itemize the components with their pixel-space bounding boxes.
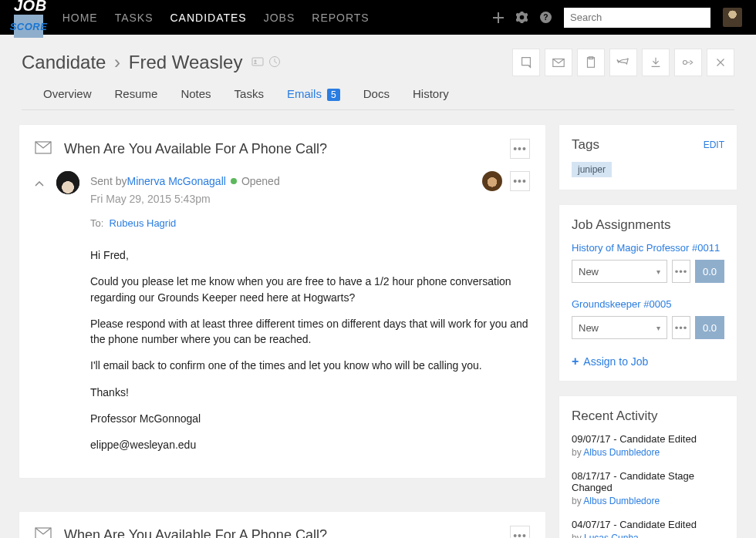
- gear-icon[interactable]: [516, 12, 528, 23]
- recent-activity-title: Recent Activity: [572, 409, 658, 424]
- tab-docs[interactable]: Docs: [363, 87, 390, 109]
- activity-title: 08/17/17 - Candidate Stage Changed: [572, 470, 724, 493]
- reject-button[interactable]: [674, 49, 702, 76]
- email-more-button[interactable]: •••: [510, 526, 530, 538]
- sender-avatar[interactable]: [56, 171, 79, 194]
- nav-tasks[interactable]: TASKS: [115, 12, 154, 24]
- sent-by-label: Sent by: [90, 175, 127, 187]
- emails-badge: 5: [327, 89, 340, 101]
- assign-to-job-button[interactable]: + Assign to Job: [572, 355, 724, 368]
- tab-emails[interactable]: Emails 5: [287, 87, 340, 109]
- close-button[interactable]: [707, 49, 734, 76]
- activity-by-label: by: [572, 447, 583, 458]
- tab-notes[interactable]: Notes: [181, 87, 211, 109]
- tabs: Overview Resume Notes Tasks Emails 5 Doc…: [22, 76, 734, 110]
- job-score[interactable]: 0.0: [695, 316, 724, 339]
- email-subject: When Are You Available For A Phone Call?: [64, 527, 498, 538]
- svg-point-8: [683, 61, 687, 65]
- clock-icon[interactable]: [268, 55, 281, 70]
- nav-jobs[interactable]: JOBS: [264, 12, 295, 24]
- activity-item: 09/07/17 - Candidate Edited by Albus Dum…: [572, 433, 724, 458]
- share-button[interactable]: [609, 49, 637, 76]
- recipient-avatar[interactable]: [482, 171, 502, 191]
- tab-resume[interactable]: Resume: [115, 87, 158, 109]
- email-body-line: Please respond with at least three diffe…: [90, 316, 530, 348]
- email-body-line: Thanks!: [90, 385, 530, 400]
- tags-card: Tags EDIT juniper: [559, 124, 737, 190]
- job-score[interactable]: 0.0: [695, 260, 724, 283]
- email-more-button[interactable]: •••: [510, 139, 530, 159]
- user-avatar[interactable]: [723, 8, 742, 27]
- activity-title: 04/07/17 - Candidate Edited: [572, 519, 724, 530]
- job-more-button[interactable]: •••: [672, 260, 690, 283]
- search-box: [564, 8, 710, 28]
- activity-title: 09/07/17 - Candidate Edited: [572, 433, 724, 445]
- edit-tags-button[interactable]: EDIT: [704, 140, 724, 150]
- email-body-line: elippe@wesleyan.edu: [90, 437, 530, 452]
- download-button[interactable]: [642, 49, 670, 76]
- add-icon[interactable]: [493, 12, 504, 23]
- email-body: Hi Fred, Could you please let me know wh…: [90, 247, 530, 453]
- clipboard-button[interactable]: [577, 49, 605, 76]
- contact-card-icon[interactable]: [251, 55, 264, 70]
- email-date: Fri May 29, 2015 5:43pm: [90, 193, 530, 205]
- tab-history[interactable]: History: [413, 87, 449, 109]
- activity-user-link[interactable]: Albus Dumbledore: [583, 496, 660, 506]
- search-input[interactable]: [570, 12, 704, 23]
- email-button[interactable]: [545, 49, 572, 76]
- email-status: Opened: [241, 175, 280, 187]
- email-body-line: Could you please let me know when you ar…: [90, 274, 530, 305]
- tab-tasks[interactable]: Tasks: [235, 87, 264, 109]
- to-recipient-link[interactable]: Rubeus Hagrid: [110, 217, 177, 229]
- activity-by-label: by: [572, 533, 584, 538]
- header-actions: [512, 49, 734, 76]
- job-assignments-card: Job Assignments History of Magic Profess…: [559, 204, 737, 382]
- envelope-icon: [35, 527, 52, 538]
- logo-score: SCORE: [14, 15, 43, 38]
- tab-overview[interactable]: Overview: [43, 87, 92, 109]
- email-subject: When Are You Available For A Phone Call?: [64, 141, 498, 157]
- candidate-name: Fred Weasley: [129, 52, 243, 72]
- email-thread: When Are You Available For A Phone Call?…: [19, 511, 546, 538]
- email-body-line: Hi Fred,: [90, 247, 530, 263]
- collapse-toggle[interactable]: [35, 171, 46, 464]
- plus-icon: +: [572, 355, 579, 368]
- job-link[interactable]: Groundskeeper #0005: [572, 298, 724, 310]
- nav-reports[interactable]: REPORTS: [312, 12, 369, 24]
- nav-links: HOME TASKS CANDIDATES JOBS REPORTS: [62, 12, 493, 24]
- top-nav: JOBSCORE HOME TASKS CANDIDATES JOBS REPO…: [0, 0, 756, 35]
- tags-title: Tags: [572, 137, 599, 153]
- to-label: To:: [90, 217, 103, 229]
- nav-right: ?: [493, 8, 742, 28]
- email-to: To: Rubeus Hagrid: [90, 217, 530, 229]
- job-more-button[interactable]: •••: [672, 316, 690, 339]
- sender-link[interactable]: Minerva McGonagall: [127, 175, 225, 187]
- job-link[interactable]: History of Magic Professor #0011: [572, 242, 724, 254]
- activity-by-label: by: [572, 496, 583, 506]
- chevron-down-icon: ▾: [656, 267, 660, 276]
- chevron-right-icon: ›: [114, 52, 120, 72]
- nav-candidates[interactable]: CANDIDATES: [170, 12, 247, 24]
- activity-item: 04/07/17 - Candidate Edited by Lucas Cun…: [572, 519, 724, 538]
- nav-home[interactable]: HOME: [62, 12, 98, 24]
- email-list: When Are You Available For A Phone Call?…: [19, 124, 546, 538]
- logo[interactable]: JOBSCORE: [14, 0, 47, 38]
- svg-point-3: [255, 59, 257, 62]
- note-button[interactable]: [512, 49, 540, 76]
- help-icon[interactable]: ?: [540, 12, 552, 23]
- message-more-button[interactable]: •••: [510, 171, 530, 191]
- breadcrumb-root[interactable]: Candidate: [22, 52, 106, 72]
- status-dot-icon: [231, 178, 237, 184]
- tag-chip[interactable]: juniper: [572, 162, 612, 177]
- activity-item: 08/17/17 - Candidate Stage Changed by Al…: [572, 470, 724, 506]
- job-assignments-title: Job Assignments: [572, 217, 671, 233]
- stage-select[interactable]: New▾: [572, 316, 667, 339]
- logo-job: JOB: [14, 0, 47, 14]
- stage-select[interactable]: New▾: [572, 260, 667, 283]
- chevron-down-icon: ▾: [656, 324, 660, 332]
- sidebar: Tags EDIT juniper Job Assignments Histor…: [559, 124, 737, 538]
- activity-user-link[interactable]: Lucas Cunha: [584, 533, 639, 538]
- email-body-line: Professor McGonnogal: [90, 411, 530, 426]
- activity-user-link[interactable]: Albus Dumbledore: [583, 447, 660, 458]
- page-header: Candidate › Fred Weasley Overview Resume…: [0, 35, 756, 110]
